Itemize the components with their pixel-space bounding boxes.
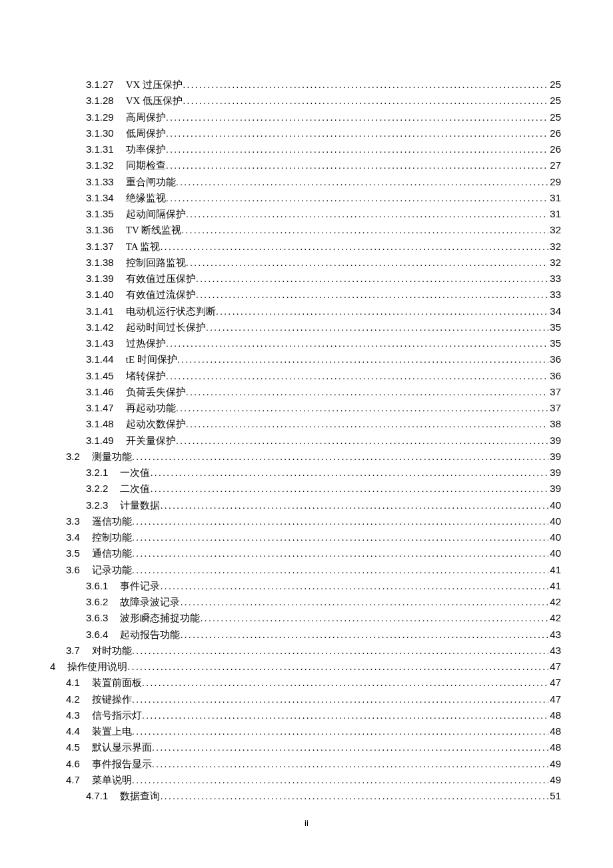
toc-entry-title: 起动次数保护 xyxy=(126,416,186,432)
toc-entry-page: 26 xyxy=(548,141,561,157)
toc-entry[interactable]: 3.1.44tE 时间保护36 xyxy=(50,351,561,367)
toc-entry[interactable]: 3.1.31功率保护26 xyxy=(50,141,561,157)
toc-leader-dots xyxy=(176,400,549,416)
toc-entry-number: 3.1.32 xyxy=(86,157,126,173)
toc-leader-dots xyxy=(132,643,548,659)
toc-leader-dots xyxy=(132,449,548,465)
toc-entry[interactable]: 3.6.2故障录波记录42 xyxy=(50,594,561,610)
toc-entry[interactable]: 4.4装置上电48 xyxy=(50,723,561,739)
toc-entry[interactable]: 3.1.28VX 低压保护25 xyxy=(50,93,561,109)
toc-entry-number: 3.1.39 xyxy=(86,271,126,287)
toc-entry[interactable]: 3.1.39有效值过压保护33 xyxy=(50,271,561,287)
toc-entry[interactable]: 3.1.33重合闸功能29 xyxy=(50,174,561,190)
toc-entry[interactable]: 3.2.2二次值39 xyxy=(50,481,561,497)
toc-entry[interactable]: 3.1.48起动次数保护38 xyxy=(50,416,561,432)
toc-entry[interactable]: 4.6事件报告显示49 xyxy=(50,756,561,772)
toc-leader-dots xyxy=(183,77,548,93)
toc-leader-dots xyxy=(160,497,548,513)
toc-leader-dots xyxy=(132,513,548,529)
toc-entry-title: 操作使用说明 xyxy=(67,659,127,675)
toc-entry-title: VX 过压保护 xyxy=(126,77,183,93)
toc-entry-title: 起动时间过长保护 xyxy=(126,319,206,335)
toc-entry[interactable]: 3.5通信功能40 xyxy=(50,545,561,561)
toc-entry[interactable]: 4.2按键操作47 xyxy=(50,691,561,707)
toc-entry-page: 37 xyxy=(548,384,561,400)
toc-entry[interactable]: 3.1.37TA 监视32 xyxy=(50,239,561,255)
toc-leader-dots xyxy=(196,271,549,287)
toc-leader-dots xyxy=(166,335,549,351)
toc-entry-number: 3.1.49 xyxy=(86,433,126,449)
toc-entry-title: 同期检查 xyxy=(126,157,166,173)
toc-entry[interactable]: 3.2测量功能39 xyxy=(50,449,561,465)
toc-entry-page: 39 xyxy=(548,449,561,465)
toc-entry[interactable]: 3.4控制功能40 xyxy=(50,529,561,545)
toc-entry-page: 40 xyxy=(548,513,561,529)
toc-entry[interactable]: 3.1.35起动间隔保护31 xyxy=(50,206,561,222)
toc-entry-number: 3.2 xyxy=(66,449,92,465)
toc-entry-title: 信号指示灯 xyxy=(92,707,142,723)
toc-entry-title: 装置上电 xyxy=(92,723,132,739)
toc-entry-page: 39 xyxy=(548,481,561,497)
toc-entry-page: 37 xyxy=(548,400,561,416)
toc-entry[interactable]: 3.1.32同期检查27 xyxy=(50,157,561,173)
toc-entry-number: 3.1.35 xyxy=(86,206,126,222)
toc-entry[interactable]: 3.1.42起动时间过长保护35 xyxy=(50,319,561,335)
toc-entry-page: 40 xyxy=(548,529,561,545)
toc-entry[interactable]: 3.6.3波形瞬态捕捉功能42 xyxy=(50,610,561,626)
toc-entry[interactable]: 4.7菜单说明49 xyxy=(50,772,561,788)
toc-entry-page: 47 xyxy=(548,691,561,707)
toc-entry[interactable]: 3.2.3计量数据40 xyxy=(50,497,561,513)
toc-entry-number: 3.2.1 xyxy=(86,465,120,481)
toc-leader-dots xyxy=(180,627,548,643)
toc-entry[interactable]: 3.6.1事件记录41 xyxy=(50,578,561,594)
toc-entry-title: 起动报告功能 xyxy=(120,627,180,643)
toc-entry[interactable]: 4.3信号指示灯48 xyxy=(50,707,561,723)
toc-entry[interactable]: 3.7对时功能43 xyxy=(50,643,561,659)
toc-entry-page: 39 xyxy=(548,433,561,449)
toc-leader-dots xyxy=(186,206,549,222)
toc-entry-page: 49 xyxy=(548,756,561,772)
toc-leader-dots xyxy=(166,125,549,141)
toc-entry-page: 25 xyxy=(548,93,561,109)
toc-entry[interactable]: 3.1.49开关量保护39 xyxy=(50,433,561,449)
toc-entry-page: 36 xyxy=(548,368,561,384)
toc-entry[interactable]: 3.1.34绝缘监视31 xyxy=(50,190,561,206)
toc-leader-dots xyxy=(160,239,548,255)
toc-leader-dots xyxy=(152,739,548,755)
toc-entry-number: 4.6 xyxy=(66,756,92,772)
toc-entry[interactable]: 3.1.40有效值过流保护33 xyxy=(50,287,561,303)
toc-entry-page: 31 xyxy=(548,206,561,222)
toc-entry[interactable]: 4.5默认显示界面48 xyxy=(50,739,561,755)
toc-entry-number: 3.2.2 xyxy=(86,481,120,497)
toc-entry[interactable]: 3.1.27VX 过压保护25 xyxy=(50,77,561,93)
toc-entry-number: 4 xyxy=(50,659,67,675)
toc-entry-number: 3.1.44 xyxy=(86,351,126,367)
toc-entry-page: 42 xyxy=(548,594,561,610)
toc-entry[interactable]: 3.1.41电动机运行状态判断34 xyxy=(50,303,561,319)
toc-entry[interactable]: 3.1.46负荷丢失保护37 xyxy=(50,384,561,400)
toc-entry[interactable]: 3.1.36TV 断线监视32 xyxy=(50,222,561,238)
toc-entry[interactable]: 3.1.47再起动功能37 xyxy=(50,400,561,416)
toc-entry[interactable]: 3.1.30低周保护26 xyxy=(50,125,561,141)
toc-entry[interactable]: 3.6.4起动报告功能43 xyxy=(50,627,561,643)
toc-entry[interactable]: 3.2.1一次值39 xyxy=(50,465,561,481)
toc-entry[interactable]: 4操作使用说明47 xyxy=(50,659,561,675)
toc-entry-number: 4.5 xyxy=(66,739,92,755)
toc-entry-title: 有效值过压保护 xyxy=(126,271,196,287)
toc-entry-number: 4.2 xyxy=(66,691,92,707)
toc-entry-number: 3.1.29 xyxy=(86,109,126,125)
toc-entry[interactable]: 3.3遥信功能40 xyxy=(50,513,561,529)
toc-entry[interactable]: 3.1.29高周保护25 xyxy=(50,109,561,125)
toc-leader-dots xyxy=(177,351,549,367)
toc-entry[interactable]: 3.6记录功能41 xyxy=(50,562,561,578)
toc-entry[interactable]: 3.1.38控制回路监视32 xyxy=(50,255,561,271)
toc-entry-number: 3.1.37 xyxy=(86,239,126,255)
toc-entry[interactable]: 4.1装置前面板47 xyxy=(50,675,561,691)
toc-entry[interactable]: 3.1.43过热保护35 xyxy=(50,335,561,351)
toc-entry[interactable]: 4.7.1数据查询51 xyxy=(50,788,561,804)
toc-entry[interactable]: 3.1.45堵转保护36 xyxy=(50,368,561,384)
toc-entry-page: 47 xyxy=(548,659,561,675)
toc-leader-dots xyxy=(132,545,548,561)
toc-entry-title: 事件记录 xyxy=(120,578,160,594)
toc-entry-number: 4.4 xyxy=(66,723,92,739)
